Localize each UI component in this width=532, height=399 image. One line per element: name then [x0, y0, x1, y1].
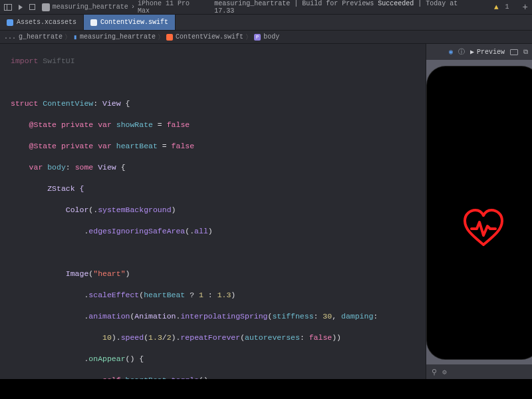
canvas-body[interactable]	[426, 60, 532, 364]
jump-bar[interactable]: ...g_heartrate 〉 ▮measuring_heartrate 〉 …	[0, 31, 532, 44]
settings-icon[interactable]: ⚙	[442, 368, 447, 376]
scheme-selector[interactable]: measuring_heartrate › iPhone 11 Pro Max	[42, 0, 205, 15]
info-icon[interactable]: ⓘ	[458, 47, 465, 57]
status-prefix: measuring_heartrate | Build for Previews	[214, 0, 374, 7]
crumb-file[interactable]: ContentView.swift	[166, 33, 243, 41]
activity-status: measuring_heartrate | Build for Previews…	[214, 0, 481, 15]
swift-file-icon	[90, 19, 97, 26]
canvas-footer: ⚲ ⚙	[426, 364, 532, 379]
phone-preview	[427, 66, 532, 359]
live-preview-icon[interactable]: ◉	[449, 48, 453, 56]
canvas-toolbar: ◉ ⓘ ▶ Preview ⧉	[426, 44, 532, 60]
stop-button-icon[interactable]	[29, 4, 35, 10]
preview-canvas: ◉ ⓘ ▶ Preview ⧉ ⚲ ⚙	[426, 44, 532, 379]
add-button-icon[interactable]: +	[523, 2, 528, 13]
chevron-right-icon: 〉	[65, 33, 71, 42]
device-icon[interactable]	[510, 49, 518, 55]
run-button-icon[interactable]	[19, 5, 23, 10]
folder-icon: ▮	[73, 33, 77, 41]
scheme-device: iPhone 11 Pro Max	[138, 0, 205, 15]
assets-file-icon	[7, 19, 13, 26]
preview-button[interactable]: ▶ Preview	[470, 48, 505, 56]
crumb-folder[interactable]: ▮measuring_heartrate	[73, 33, 156, 41]
chevron-right-icon: 〉	[245, 33, 252, 42]
bottom-bar	[0, 379, 532, 399]
chevron-right-icon: 〉	[158, 33, 164, 42]
phone-notch	[459, 69, 508, 81]
warning-icon[interactable]: ▲	[494, 3, 499, 11]
code-editor[interactable]: import SwiftUI struct ContentView: View …	[0, 44, 426, 379]
tab-label: ContentView.swift	[100, 19, 168, 26]
pin-icon[interactable]: ⚲	[432, 368, 437, 376]
scheme-app: measuring_heartrate	[53, 3, 128, 11]
crumb-symbol[interactable]: Pbody	[254, 33, 279, 41]
duplicate-preview-icon[interactable]: ⧉	[523, 49, 528, 56]
warning-count[interactable]: 1	[505, 3, 509, 11]
panels-icon[interactable]	[4, 4, 12, 11]
tab-contentview[interactable]: ContentView.swift	[84, 15, 176, 30]
tab-label: Assets.xcassets	[17, 19, 76, 26]
app-icon	[42, 3, 50, 11]
crumb-root[interactable]: ...g_heartrate	[4, 33, 63, 41]
tabs-bar: Assets.xcassets ContentView.swift	[0, 15, 532, 31]
swift-file-icon	[166, 34, 173, 41]
heart-icon	[462, 209, 505, 247]
chevron-right-icon: ›	[131, 3, 135, 11]
status-result: Succeeded	[378, 0, 414, 7]
main-area: import SwiftUI struct ContentView: View …	[0, 44, 532, 379]
property-icon: P	[254, 34, 261, 41]
tab-assets[interactable]: Assets.xcassets	[0, 15, 84, 30]
toolbar: measuring_heartrate › iPhone 11 Pro Max …	[0, 0, 532, 15]
